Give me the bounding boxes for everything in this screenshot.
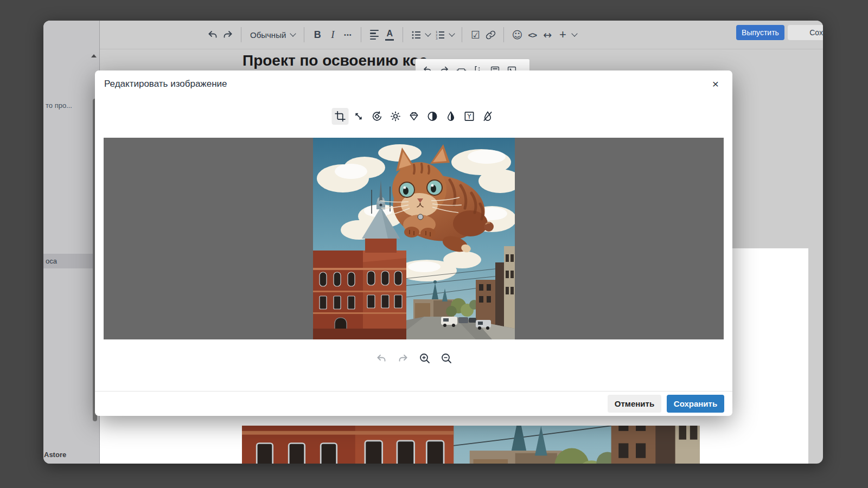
link-icon <box>486 30 496 40</box>
bold-button[interactable]: B <box>310 25 325 44</box>
link-button[interactable] <box>483 25 498 44</box>
document-title[interactable]: Проект по освоению кос <box>242 52 427 69</box>
redo-button[interactable] <box>396 351 410 365</box>
full-width-button[interactable]: ↔ <box>540 25 555 44</box>
chevron-down-icon <box>449 30 455 36</box>
checklist-button[interactable]: ☑ <box>468 25 483 44</box>
chevron-down-icon <box>572 30 578 36</box>
modal-title: Редактировать изображение <box>104 79 227 89</box>
numbered-list-options-button[interactable] <box>448 25 456 44</box>
cat-city-image-zoomed <box>242 426 700 464</box>
toolbar-separator <box>462 27 462 42</box>
tool-brightness-button[interactable] <box>387 108 404 125</box>
bullet-list-options-button[interactable] <box>424 25 432 44</box>
tool-crop-button[interactable] <box>331 108 348 125</box>
sidebar-item-selected[interactable]: оса <box>43 254 99 268</box>
editor-actions: Выпустить Сохранить <box>736 25 823 40</box>
tool-saturation-button[interactable] <box>442 108 459 125</box>
chevron-down-icon <box>425 30 431 36</box>
zoom-in-icon[interactable] <box>418 351 432 365</box>
tool-clarity-button[interactable] <box>405 108 422 125</box>
bullet-list-icon <box>411 30 422 40</box>
publish-button[interactable]: Выпустить <box>736 25 784 40</box>
save-draft-button[interactable]: Сохранить <box>788 25 823 40</box>
svg-text:Y: Y <box>467 113 471 120</box>
toolbar-separator <box>241 27 241 42</box>
toolbar-separator <box>403 27 403 42</box>
insert-block-button[interactable]: + <box>555 25 570 44</box>
scroll-up-icon[interactable] <box>91 54 97 57</box>
image-tools-toolbar: Y <box>331 108 496 125</box>
numbered-list-icon: 1 2 3 <box>435 30 445 40</box>
image-preview-area <box>104 138 724 339</box>
toolbar-separator <box>304 27 304 42</box>
chevron-down-icon <box>290 30 296 36</box>
tool-gamma-button[interactable]: Y <box>461 108 477 125</box>
more-formats-button[interactable]: ••• <box>340 25 355 44</box>
numbered-list-button[interactable]: 1 2 3 <box>432 25 448 44</box>
text-color-bar <box>385 39 394 41</box>
code-button[interactable]: <> <box>525 25 540 44</box>
svg-text:3: 3 <box>436 37 438 40</box>
tool-blur-off-button[interactable] <box>479 108 496 125</box>
undo-button[interactable] <box>374 351 388 365</box>
align-button[interactable] <box>367 25 382 44</box>
italic-button[interactable]: I <box>325 25 340 44</box>
sidebar: то про... оса Astore <box>43 21 100 464</box>
app-logo: Astore <box>44 451 66 459</box>
sidebar-item[interactable]: то про... <box>43 98 99 113</box>
tool-resize-button[interactable] <box>350 108 367 125</box>
align-left-icon <box>370 30 379 40</box>
bullet-list-button[interactable] <box>409 25 424 44</box>
toolbar-separator <box>361 27 361 42</box>
undo-button[interactable] <box>205 25 220 44</box>
text-color-button[interactable]: A <box>382 25 397 44</box>
insert-options-button[interactable] <box>570 25 579 44</box>
paragraph-style-value: Обычный <box>250 30 286 40</box>
paragraph-style-dropdown[interactable]: Обычный <box>247 25 298 44</box>
text-color-label: A <box>387 29 393 38</box>
preview-controls <box>374 351 454 365</box>
footer-divider <box>95 391 732 391</box>
toolbar-separator <box>503 27 504 42</box>
modal-footer: Отменить Сохранить <box>608 395 724 413</box>
emoji-button[interactable]: ☺ <box>509 25 525 44</box>
close-icon[interactable]: × <box>707 76 724 92</box>
editor-toolbar: Обычный B I ••• A <box>100 21 823 49</box>
zoom-out-icon[interactable] <box>439 351 454 365</box>
cat-city-image[interactable] <box>313 138 515 339</box>
desktop: { "window": { "sidebar": { "item_truncat… <box>0 0 868 488</box>
cancel-button[interactable]: Отменить <box>608 395 661 413</box>
edit-image-modal: Редактировать изображение × Y <box>95 70 732 416</box>
tool-contrast-button[interactable] <box>424 108 441 125</box>
tool-rotate-button[interactable] <box>368 108 385 125</box>
document-image[interactable] <box>242 426 700 464</box>
save-button[interactable]: Сохранить <box>667 395 724 413</box>
redo-button[interactable] <box>220 25 235 44</box>
